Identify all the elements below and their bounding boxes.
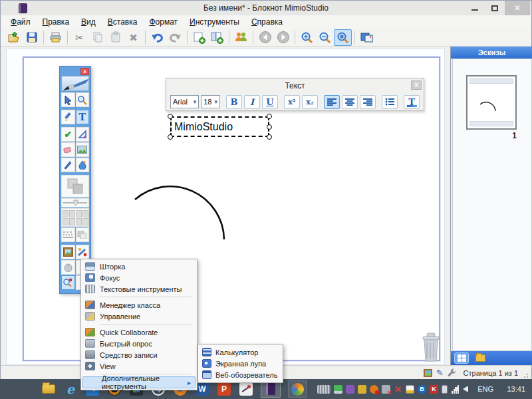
selection-handle-middle-right[interactable] (267, 124, 272, 130)
menu-item-shade[interactable]: Шторка (81, 261, 197, 272)
taskbar-powerpoint[interactable]: P (217, 382, 231, 396)
submenu-item-calculator[interactable]: Калькулятор (198, 346, 283, 358)
tray-volume-icon[interactable] (463, 386, 468, 392)
status-pencil-icon[interactable]: ✎ (436, 368, 444, 378)
align-left-button[interactable] (324, 95, 340, 109)
menu-file[interactable]: Файл (5, 16, 37, 28)
selection-handle-top-left[interactable] (168, 114, 173, 119)
forward-button[interactable] (274, 29, 292, 46)
zoom-out-button[interactable] (316, 29, 334, 46)
menu-item-control[interactable]: Управление (81, 311, 197, 322)
copy-button[interactable] (88, 29, 106, 46)
taskbar-mimio-gallery[interactable] (288, 380, 307, 398)
menu-item-text-tools[interactable]: Текстовые инструменты (81, 283, 197, 295)
save-button[interactable] (23, 29, 41, 46)
selection-handle-bottom-left[interactable] (168, 134, 173, 140)
align-center-button[interactable] (342, 95, 358, 109)
text-object-value[interactable]: MimioStudio (174, 121, 233, 133)
transparency-selector[interactable] (76, 227, 90, 242)
line-width-slider[interactable] (61, 198, 89, 207)
menu-format[interactable]: Формат (143, 16, 184, 28)
new-page-button[interactable] (190, 29, 208, 46)
gallery-tool[interactable] (61, 245, 75, 259)
applications-tool[interactable] (76, 245, 90, 259)
back-button[interactable] (256, 29, 274, 46)
selection-handle-bottom-right[interactable] (267, 134, 272, 140)
submenu-item-screen-magnifier[interactable]: Экранная лупа (198, 358, 283, 369)
menu-item-view[interactable]: View (81, 360, 197, 372)
color-palette[interactable] (61, 208, 89, 227)
page-thumbnail[interactable] (466, 75, 517, 130)
tray-display-icon[interactable] (334, 385, 342, 394)
taskbar-file-explorer[interactable] (41, 382, 56, 396)
font-size-select[interactable]: 18 ▾ (201, 95, 220, 108)
insert-image-tool[interactable] (76, 142, 90, 157)
eraser-tool[interactable] (61, 142, 75, 157)
text-object[interactable]: MimioStudio (170, 116, 269, 137)
palette-close-button[interactable]: x (80, 68, 89, 75)
font-color-button[interactable]: T (404, 95, 420, 109)
tray-action-center-flag-icon[interactable] (406, 385, 414, 394)
pen-tool[interactable] (61, 158, 75, 172)
line-style-selector[interactable] (61, 227, 75, 242)
font-family-select[interactable]: Arial ▾ (170, 95, 199, 108)
gallery-folder-button[interactable] (473, 352, 487, 364)
check-marker-tool[interactable]: ✔ (61, 127, 75, 142)
new-page-layout-button[interactable] (208, 29, 226, 46)
shapes-tool[interactable] (61, 175, 89, 198)
tray-keyboard-icon[interactable] (317, 385, 331, 394)
menu-item-additional-tools[interactable]: Дополнительные инструменты ▸ (82, 376, 196, 388)
menu-item-quick-collaborate[interactable]: Quick Collaborate (81, 327, 197, 338)
text-toolbar-close-button[interactable]: x (411, 80, 422, 90)
italic-button[interactable]: I (244, 95, 260, 109)
tray-pen-device-icon[interactable] (346, 385, 354, 394)
taskbar-internet-explorer[interactable]: e (63, 382, 78, 396)
tray-media-agent-icon[interactable] (370, 385, 378, 394)
paste-button[interactable] (106, 29, 124, 46)
menu-tools[interactable]: Инструменты (184, 16, 245, 28)
minimize-button[interactable] (465, 1, 485, 15)
underline-button[interactable]: U (262, 95, 278, 109)
resize-grip[interactable] (523, 372, 530, 378)
zoom-in-button[interactable] (298, 29, 316, 46)
print-button[interactable] (47, 29, 65, 46)
bold-button[interactable]: B (226, 95, 242, 109)
redo-button[interactable] (166, 29, 184, 46)
attendance-button[interactable] (232, 29, 250, 46)
submenu-item-web-browser[interactable]: Веб-обозреватель (198, 369, 283, 380)
shape-recognition-tool[interactable] (76, 127, 90, 142)
tray-battery-icon[interactable] (358, 385, 366, 394)
undo-button[interactable] (148, 29, 166, 46)
language-indicator[interactable]: ENG (477, 385, 493, 393)
open-button[interactable] (5, 29, 23, 46)
delete-button[interactable]: ✖ (124, 29, 142, 46)
cut-button[interactable]: ✂ (70, 29, 88, 46)
grid-view-button[interactable] (454, 352, 469, 364)
mouse-mode-tool[interactable] (61, 260, 75, 275)
tray-antivirus-icon[interactable]: K (430, 385, 438, 394)
menu-item-spotlight[interactable]: Фокус (81, 272, 197, 283)
subscript-button[interactable]: x₂ (302, 95, 318, 109)
zoom-fit-button[interactable] (334, 29, 352, 46)
menu-item-quick-vote[interactable]: Быстрый опрос (81, 338, 197, 349)
select-tool[interactable] (61, 92, 75, 107)
menu-help[interactable]: Справка (245, 16, 289, 28)
selection-handle-top-right[interactable] (267, 114, 272, 119)
interactive-tools-button[interactable] (61, 275, 75, 290)
taskbar-mimio-tools[interactable] (239, 382, 253, 396)
text-tool[interactable]: T (76, 110, 90, 124)
pencil-tool[interactable] (61, 110, 75, 124)
ink-tool[interactable] (76, 158, 90, 172)
menu-insert[interactable]: Вставка (102, 16, 144, 28)
tray-network-disabled-icon[interactable] (382, 385, 390, 394)
menu-item-recorder[interactable]: Средство записи (81, 349, 197, 360)
superscript-button[interactable]: x² (284, 95, 300, 109)
tray-bluetooth-icon[interactable]: B (418, 385, 426, 394)
menu-view[interactable]: Вид (75, 16, 102, 28)
bullet-list-button[interactable] (382, 95, 398, 109)
tray-device-icon[interactable] (442, 385, 448, 394)
align-right-button[interactable] (360, 95, 376, 109)
zoom-tool[interactable] (76, 92, 90, 107)
trash-bin-icon[interactable] (418, 332, 444, 363)
screen-layout-button[interactable] (358, 29, 376, 46)
